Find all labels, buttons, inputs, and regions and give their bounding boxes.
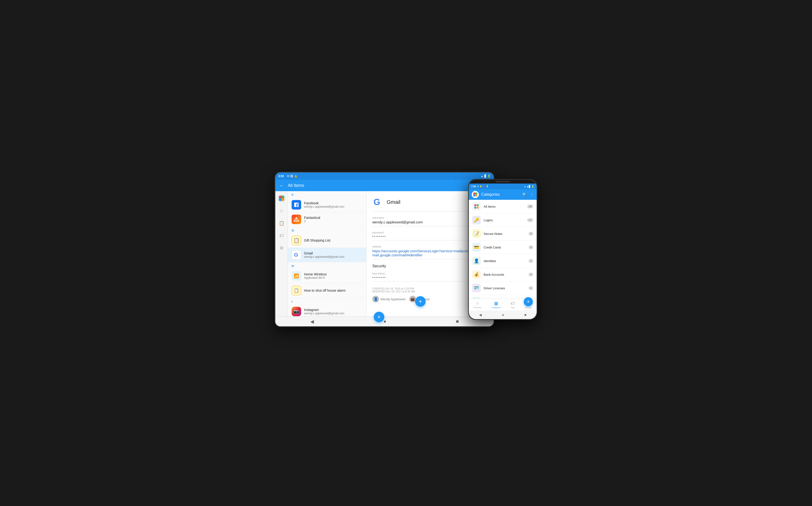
facebook-icon: [292, 200, 301, 209]
bankaccounts-badge: 2: [528, 272, 533, 276]
list-item-fantastical[interactable]: Fantastical 2: [288, 212, 366, 227]
tablet-item-list: F Facebook wendy.c.appleseed@gmail.com: [288, 191, 367, 316]
identities-badge: 1: [528, 259, 533, 263]
phone-speaker: [496, 181, 510, 182]
svg-point-13: [474, 204, 476, 206]
square-nav-button[interactable]: ■: [456, 319, 459, 324]
list-item-facebook[interactable]: Facebook wendy.c.appleseed@gmail.com: [288, 198, 366, 212]
detail-title: Gmail: [387, 199, 400, 205]
bankaccounts-text: Bank Accounts: [484, 273, 528, 276]
svg-point-15: [474, 207, 476, 209]
phone-cat-identities[interactable]: 👤 Identities 1: [469, 254, 537, 268]
back-button[interactable]: ←: [279, 183, 284, 188]
list-section-f: F: [288, 191, 366, 198]
tablet: 3:02 ⚙ 🖼 🔒 ▲ ▊ 🔋 ← All Items 🔍 ★: [275, 172, 494, 327]
tab-favorites[interactable]: ☆ Favorites: [474, 301, 482, 309]
tablet-fab-overlay[interactable]: +: [374, 312, 384, 322]
svg-point-6: [296, 220, 297, 221]
bankaccounts-icon: 💰: [472, 270, 481, 279]
home-nav-button[interactable]: ●: [383, 319, 386, 324]
phone: 7:55 ⚙ 🔔 📍 🔋 ● ▲▊ 🔋 Categories 🔍: [468, 179, 537, 320]
list-item-alarm[interactable]: 📋 How to shut off house alarm: [288, 283, 366, 298]
phone-status-bar: 7:55 ⚙ 🔔 📍 🔋 ● ▲▊ 🔋: [469, 183, 537, 189]
phone-category-list: All Items 34 🔑 Logins 17 📝 Secure Notes: [469, 200, 537, 299]
allitems-text: All Items: [484, 205, 527, 208]
wifi-text: Home Wireless Appleseed Wi-Fi: [304, 272, 327, 279]
list-item-gmail[interactable]: G Gmail wendy.c.appleseed@gmail.com: [288, 248, 366, 262]
gift-icon: 📋: [292, 236, 301, 245]
list-item-gift[interactable]: 📋 Gift Shopping List: [288, 233, 366, 248]
phone-time: 7:55: [471, 185, 476, 188]
detail-gmail-icon: G: [372, 197, 383, 207]
tags-tab-icon: 🏷: [511, 301, 515, 306]
scene: 3:02 ⚙ 🖼 🔒 ▲ ▊ 🔋 ← All Items 🔍 ★: [275, 172, 537, 334]
phone-home-btn[interactable]: ●: [502, 313, 504, 317]
driverlicenses-badge: 1: [528, 286, 533, 290]
phone-back-btn[interactable]: ◀: [479, 313, 482, 317]
svg-point-12: [475, 194, 477, 197]
owner-wendy: 👤 Wendy Appleseed: [372, 296, 405, 303]
alarm-icon: 📋: [292, 286, 301, 295]
allitems-icon: [472, 202, 481, 211]
sidebar-settings[interactable]: ⚙: [277, 244, 286, 252]
logins-icon: 🔑: [472, 216, 481, 224]
list-item-homewifi[interactable]: 📶 Home Wireless Appleseed Wi-Fi: [288, 269, 366, 283]
tab-categories[interactable]: ▦ Categories: [492, 301, 501, 309]
tablet-sidebar: ☆ 📋 🏷 ⚙: [275, 191, 288, 316]
phone-app-logo: [472, 191, 479, 198]
back-nav-button[interactable]: ◀: [310, 319, 314, 324]
svg-point-16: [477, 207, 479, 209]
categories-tab-icon: ▦: [494, 301, 498, 306]
list-section-h: H: [288, 262, 366, 269]
sidebar-app-logo[interactable]: [277, 194, 286, 203]
phone-search-icon[interactable]: 🔍: [522, 192, 527, 197]
wendy-avatar: 👤: [372, 296, 379, 303]
creditcards-badge: 3: [528, 245, 533, 249]
securenotes-icon: 📝: [472, 229, 481, 238]
tablet-time: 3:02: [278, 174, 284, 178]
creditcards-icon: 💳: [472, 243, 481, 252]
phone-toolbar: Categories 🔍 ⋮: [469, 189, 537, 200]
tablet-toolbar: ← All Items 🔍 ★: [275, 180, 494, 191]
phone-square-btn[interactable]: ■: [524, 313, 526, 317]
sidebar-categories[interactable]: 📋: [277, 219, 286, 228]
phone-fab[interactable]: +: [524, 297, 533, 306]
phone-cat-bankaccounts[interactable]: 💰 Bank Accounts 2: [469, 268, 537, 281]
tablet-body: ☆ 📋 🏷 ⚙ F Facebook wendy.c: [275, 191, 494, 316]
tablet-right-icons: ▲ ▊ 🔋: [481, 174, 491, 178]
phone-cat-securenotes[interactable]: 📝 Secure Notes 4: [469, 227, 537, 241]
favorites-tab-icon: ☆: [476, 301, 479, 306]
tablet-status-icons: ⚙ 🖼 🔒: [287, 174, 298, 178]
wifi-icon: 📶: [292, 271, 301, 281]
phone-cat-driverlicenses[interactable]: 🪪 Driver Licenses 1: [469, 281, 537, 295]
fantastical-icon: [292, 215, 301, 224]
tablet-nav-bar: ◀ ● ■: [275, 316, 494, 326]
phone-status-icons: ⚙ 🔔 📍 🔋: [477, 185, 489, 188]
tablet-status-bar: 3:02 ⚙ 🖼 🔒 ▲ ▊ 🔋: [275, 173, 494, 180]
tablet-app: ← All Items 🔍 ★: [275, 180, 494, 326]
fantastical-text: Fantastical 2: [304, 216, 320, 223]
tablet-fab[interactable]: +: [415, 296, 426, 307]
phone-toolbar-icons: 🔍 ⋮: [522, 192, 534, 197]
gmail-text: Gmail wendy.c.appleseed@gmail.com: [304, 251, 344, 258]
sidebar-favorites[interactable]: ☆: [277, 206, 286, 215]
list-section-g: G: [288, 227, 366, 233]
svg-point-14: [477, 204, 479, 206]
gmail-icon: G: [292, 250, 301, 260]
svg-text:G: G: [374, 197, 380, 207]
identities-text: Identities: [484, 259, 528, 263]
svg-text:G: G: [294, 252, 298, 258]
list-item-instagram[interactable]: 📷 Instagram wendy.c.appleseed@gmail.com: [288, 304, 366, 316]
alarm-text: How to shut off house alarm: [304, 288, 346, 292]
tab-tags[interactable]: 🏷 Tags: [511, 301, 515, 309]
phone-toolbar-title: Categories: [481, 192, 522, 197]
phone-cat-allitems[interactable]: All Items 34: [469, 200, 537, 214]
phone-more-icon[interactable]: ⋮: [530, 192, 534, 197]
owner-wendy-name: Wendy Appleseed: [380, 298, 405, 301]
sidebar-tags[interactable]: 🏷: [277, 231, 286, 240]
tablet-toolbar-title: All Items: [288, 183, 477, 188]
creditcards-text: Credit Cards: [484, 246, 528, 249]
instagram-icon: 📷: [292, 307, 301, 316]
phone-cat-creditcards[interactable]: 💳 Credit Cards 3: [469, 241, 537, 254]
phone-cat-logins[interactable]: 🔑 Logins 17: [469, 214, 537, 227]
